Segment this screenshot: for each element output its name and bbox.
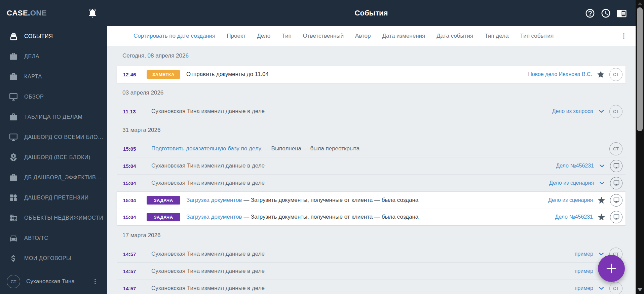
sidebar-item-cases-table[interactable]: ТАБЛИЦА ПО ДЕЛАМ <box>0 107 107 127</box>
sidebar-item-label: ТАБЛИЦА ПО ДЕЛАМ <box>24 114 82 120</box>
sort-by-creation-date-link[interactable]: Сортировать по дате создания <box>134 33 215 39</box>
sidebar-user[interactable]: СТ Сухановская Тина <box>0 271 107 294</box>
user-menu-kebab-icon[interactable] <box>91 278 99 285</box>
sidebar-item-label: ОБЪЕКТЫ НЕДВИЖИМОСТИ <box>24 215 103 221</box>
event-title-link[interactable]: Загрузка документов <box>186 197 242 203</box>
avatar[interactable]: СТ <box>609 68 622 81</box>
star-icon[interactable] <box>597 196 606 205</box>
monitor-circle-icon[interactable] <box>610 211 622 223</box>
history-button[interactable] <box>601 8 611 19</box>
event-title-link[interactable]: Загрузка документов <box>186 214 242 220</box>
filter-author[interactable]: Автор <box>355 33 371 39</box>
event-row[interactable]: 15:04ЗАДАЧАЗагрузка документов — Загрузи… <box>117 209 626 225</box>
sidebar-item-events[interactable]: СОБЫТИЯ <box>0 26 107 46</box>
event-text: Сухановская Тина изменил данные в деле <box>151 285 569 292</box>
event-row[interactable]: 11:13Сухановская Тина изменил данные в д… <box>117 103 626 120</box>
date-group-label: Сегодня, 08 апреля 2026 <box>117 46 626 66</box>
sidebar-item-map[interactable]: КАРТА <box>0 67 107 87</box>
sidebar-item-real-estate[interactable]: ОБЪЕКТЫ НЕДВИЖИМОСТИ <box>0 208 107 228</box>
sidebar-item-dashboard-with-all-blocks[interactable]: ДАШБОРД СО ВСЕМИ БЛОКА... <box>0 127 107 147</box>
sidebar-item-dashboard-claims[interactable]: ДАШБОРД ПРЕТЕНЗИИ <box>0 188 107 208</box>
event-row[interactable]: 12:46ЗАМЕТКАОтправить документы до 11.04… <box>117 66 626 83</box>
scrollbar-thumb[interactable] <box>637 7 643 131</box>
monitor-circle-icon[interactable] <box>610 194 622 207</box>
case-link[interactable]: Дело из сценария <box>549 180 594 186</box>
event-text: Сухановская Тина изменил данные в деле <box>151 268 569 274</box>
case-link[interactable]: Новое дело Иванова В.С. <box>528 71 592 77</box>
filter-project[interactable]: Проект <box>227 33 245 39</box>
filter-responsible[interactable]: Ответственный <box>303 33 344 39</box>
case-link[interactable]: Дело из сценария <box>548 197 593 203</box>
layout-button[interactable] <box>616 8 627 19</box>
date-group-label: 17 марта 2026 <box>117 225 626 246</box>
sidebar-item-auto[interactable]: АВТО/ТС <box>0 228 107 248</box>
event-row[interactable]: 14:57Сухановская Тина изменил данные в д… <box>117 280 626 294</box>
help-button[interactable] <box>585 8 595 19</box>
filter-date-event[interactable]: Дата события <box>437 33 473 39</box>
monitor-circle-icon[interactable] <box>610 160 622 172</box>
star-icon[interactable] <box>597 213 606 221</box>
event-time: 15:04 <box>123 214 143 220</box>
sidebar-item-overview[interactable]: ОБЗОР <box>0 87 107 107</box>
sidebar-header: CASE.ONE <box>0 0 107 26</box>
event-row[interactable]: 15:04ЗАДАЧАЗагрузка документов — Загрузи… <box>117 192 626 209</box>
filter-event-type[interactable]: Тип события <box>520 33 554 39</box>
event-title-link[interactable]: Подготовить доказательную базу по делу. <box>151 145 262 152</box>
event-row[interactable]: 15:04Сухановская Тина изменил данные в д… <box>117 157 626 175</box>
sidebar-item-label: МОИ ДОГОВОРЫ <box>24 255 71 261</box>
event-text: Сухановская Тина изменил данные в деле <box>151 180 544 186</box>
sidebar-item-my-contracts[interactable]: МОИ ДОГОВОРЫ <box>0 248 107 268</box>
event-list: Сегодня, 08 апреля 202612:46ЗАМЕТКАОтпра… <box>107 46 636 294</box>
chevron-down-icon[interactable] <box>598 250 605 258</box>
case-link[interactable]: пример <box>575 285 593 291</box>
chevron-down-icon[interactable] <box>598 108 605 115</box>
date-group-label: 03 апреля 2026 <box>117 83 626 103</box>
event-text: Сухановская Тина изменил данные в деле <box>151 251 569 257</box>
chevron-down-icon[interactable] <box>598 162 606 170</box>
event-row-right: Дело №456231 <box>550 211 622 223</box>
sidebar-item-dashboard-all-blocks[interactable]: ДАШБОРД (ВСЕ БЛОКИ) <box>0 147 107 168</box>
event-row-right: СТ <box>604 142 622 155</box>
event-row-right: примерСТ <box>569 282 622 294</box>
event-text: Подготовить доказательную базу по делу. … <box>151 145 604 152</box>
app-logo[interactable]: CASE.ONE <box>7 9 47 17</box>
bell-icon[interactable] <box>87 8 98 18</box>
monitor-circle-icon[interactable] <box>610 177 622 189</box>
event-time: 14:57 <box>123 251 143 257</box>
filter-case[interactable]: Дело <box>257 33 270 39</box>
filter-date-modified[interactable]: Дата изменения <box>382 33 425 39</box>
sidebar-item-db-dashboard-efficiency[interactable]: ДБ ДАШБОРД_ЭФФЕКТИВНО... <box>0 168 107 188</box>
chevron-down-icon[interactable] <box>598 179 606 187</box>
scroll-up-arrow[interactable] <box>638 2 642 5</box>
star-icon[interactable] <box>597 70 605 79</box>
sidebar: CASE.ONE СОБЫТИЯДЕЛАКАРТАОБЗОРТАБЛИЦА ПО… <box>0 0 107 294</box>
add-event-fab[interactable] <box>598 255 625 282</box>
filter-case-type[interactable]: Тип дела <box>485 33 508 39</box>
sidebar-nav: СОБЫТИЯДЕЛАКАРТАОБЗОРТАБЛИЦА ПО ДЕЛАМДАШ… <box>0 26 107 271</box>
case-link[interactable]: Дело №456231 <box>556 163 594 169</box>
case-link[interactable]: Дело из запроса <box>552 108 593 114</box>
scrollbar[interactable] <box>636 0 644 294</box>
event-time: 12:46 <box>123 72 143 77</box>
case-link[interactable]: пример <box>575 251 593 257</box>
event-row[interactable]: 14:57Сухановская Тина изменил данные в д… <box>117 263 626 280</box>
filter-more-kebab-icon[interactable] <box>620 32 630 40</box>
event-row[interactable]: 15:04Сухановская Тина изменил данные в д… <box>117 175 626 192</box>
plus-icon <box>605 262 617 274</box>
user-avatar: СТ <box>7 275 20 288</box>
sidebar-item-label: СОБЫТИЯ <box>24 33 53 39</box>
filter-type[interactable]: Тип <box>282 33 291 39</box>
avatar[interactable]: СТ <box>609 105 622 118</box>
scroll-down-arrow[interactable] <box>638 288 642 291</box>
case-link[interactable]: пример <box>575 268 593 274</box>
chevron-down-icon[interactable] <box>598 285 605 292</box>
event-row[interactable]: 14:57Сухановская Тина изменил данные в д… <box>117 246 626 263</box>
case-link[interactable]: Дело №456231 <box>555 214 593 220</box>
car-icon <box>8 234 19 243</box>
event-row[interactable]: 15:05Подготовить доказательную базу по д… <box>117 140 626 157</box>
events-content: Сегодня, 08 апреля 202612:46ЗАМЕТКАОтпра… <box>107 46 636 294</box>
sidebar-item-cases[interactable]: ДЕЛА <box>0 46 107 67</box>
badge-note: ЗАМЕТКА <box>147 70 180 79</box>
avatar[interactable]: СТ <box>609 282 622 294</box>
avatar[interactable]: СТ <box>609 142 622 155</box>
